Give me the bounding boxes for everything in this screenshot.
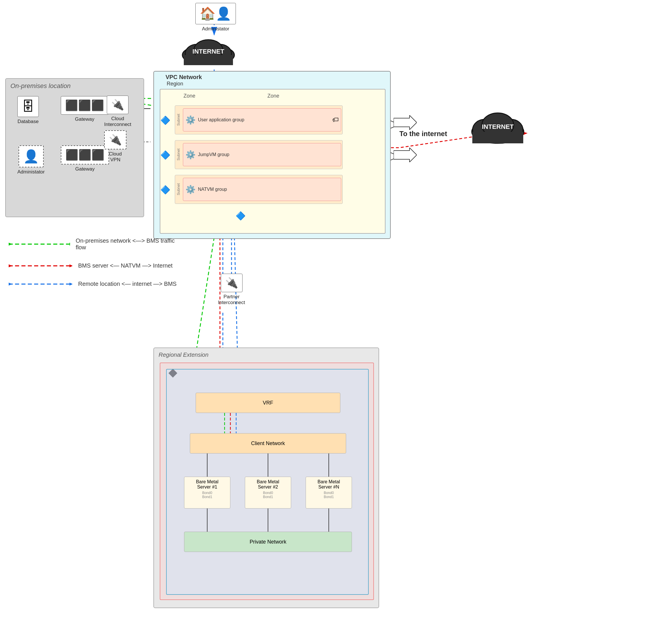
bare-metal-n: Bare MetalServer #N Bond0 Bond1 bbox=[306, 477, 352, 509]
vrf-box: VRF bbox=[196, 393, 340, 413]
arrow-user-app bbox=[394, 115, 417, 131]
internet-right-cloud: INTERNET bbox=[469, 110, 527, 146]
cloud-vpn-icon: 🔌 bbox=[109, 134, 122, 146]
bare-metal-2: Bare MetalServer #2 Bond0 Bond1 bbox=[245, 477, 291, 509]
gateway1-icon: ⬛⬛⬛ bbox=[65, 99, 104, 112]
to-internet-label: To the internet bbox=[399, 130, 447, 138]
on-premises-label: On-premises location bbox=[10, 82, 70, 90]
bare-metal-n-label: Bare MetalServer #N bbox=[308, 479, 349, 490]
natvm-group: ⚙️ NATVM group bbox=[183, 178, 341, 201]
jumpvm-group: ⚙️ JumpVM group bbox=[183, 143, 341, 166]
legend-item-blue: Remote location <— internet —> BMS bbox=[9, 281, 182, 287]
svg-marker-55 bbox=[69, 265, 73, 267]
legend: On-premises network <—> BMS traffic flow… bbox=[9, 237, 182, 299]
svg-marker-58 bbox=[69, 283, 73, 285]
cloud-interconnect-label: CloudInterconnect bbox=[104, 116, 131, 127]
internet-top-label: INTERNET bbox=[180, 48, 237, 55]
client-network-box: Client Network bbox=[190, 433, 346, 453]
cloud-interconnect-icon: 🔌 bbox=[111, 99, 124, 111]
subnet1-label: Subnet bbox=[176, 114, 181, 126]
internet-top-cloud: INTERNET bbox=[180, 36, 237, 66]
svg-rect-39 bbox=[472, 132, 523, 143]
svg-marker-53 bbox=[9, 243, 12, 246]
svg-marker-56 bbox=[9, 265, 12, 267]
bare-metal-2-tag1: Bond0 bbox=[248, 491, 289, 495]
legend-line-blue bbox=[9, 282, 73, 286]
gateway1-border: ⬛⬛⬛ bbox=[61, 96, 108, 115]
bare-metal-2-tag2: Bond1 bbox=[248, 495, 289, 499]
gateway1-box: ⬛⬛⬛ Gateway bbox=[61, 96, 108, 122]
subnet2-label: Subnet bbox=[176, 149, 181, 160]
pink-box: VRF Client Network Bare MetalServer #1 B… bbox=[160, 362, 374, 600]
user-app-group: ⚙️ User application group 🏷 bbox=[183, 108, 341, 131]
user-app-tag: 🏷 bbox=[332, 116, 339, 124]
gateway2-label: Gateway bbox=[75, 166, 95, 172]
legend-item-green: On-premises network <—> BMS traffic flow bbox=[9, 237, 182, 251]
gateway2-box: ⬛⬛⬛ Gateway bbox=[61, 145, 109, 172]
lb-icon-left-bot: 🔷 bbox=[160, 185, 170, 195]
gateway2-icon: ⬛⬛⬛ bbox=[65, 149, 104, 161]
user-app-label: User application group bbox=[198, 117, 244, 123]
lb-icon-left-top: 🔷 bbox=[160, 116, 170, 125]
bare-metal-n-tag2: Bond1 bbox=[308, 495, 349, 499]
database-border: 🗄 bbox=[17, 96, 39, 117]
admin-top-label: Administator bbox=[202, 26, 229, 32]
admin-top-border: 🏠👤 bbox=[195, 3, 236, 24]
private-network-label: Private Network bbox=[249, 539, 286, 545]
bare-metal-1-tag1: Bond0 bbox=[187, 491, 228, 495]
arrow-natvm bbox=[394, 148, 417, 163]
database-box: 🗄 Database bbox=[17, 96, 39, 125]
legend-item-red: BMS server <— NATVM —> Internet bbox=[9, 262, 182, 269]
subnet1-box: Subnet ⚙️ User application group 🏷 bbox=[175, 105, 343, 134]
admin-onprem-label: Administator bbox=[17, 169, 44, 175]
admin-onprem-border: 👤 bbox=[18, 145, 44, 167]
gateway2-border: ⬛⬛⬛ bbox=[61, 145, 109, 165]
admin-onprem-box: 👤 Administator bbox=[17, 145, 44, 175]
region-label: Region bbox=[167, 81, 183, 87]
gateway1-label: Gateway bbox=[75, 116, 94, 122]
vrf-label: VRF bbox=[263, 400, 273, 406]
admin-top: 🏠👤 Administator bbox=[194, 3, 237, 32]
cloud-vpn-border: 🔌 bbox=[104, 130, 127, 150]
admin-onprem-icon: 👤 bbox=[23, 149, 39, 164]
vpc-network-box: VPC Network Region Zone Zone Subnet ⚙️ U… bbox=[154, 71, 391, 239]
cloud-vpn-label: CloudVPN bbox=[109, 151, 121, 163]
svg-marker-41 bbox=[394, 148, 417, 162]
diagram-container: 🏠👤 Administator INTERNET G VPC Network R… bbox=[0, 0, 672, 642]
region-box: Zone Zone Subnet ⚙️ User application gro… bbox=[160, 89, 385, 234]
bare-metal-1: Bare MetalServer #1 Bond0 Bond1 bbox=[184, 477, 230, 509]
svg-marker-59 bbox=[9, 283, 12, 285]
cloud-vpn-box: 🔌 CloudVPN bbox=[104, 130, 127, 163]
partner-interconnect-box: 🔌 PartnerInterconnect bbox=[202, 274, 261, 306]
natvm-icon: ⚙️ bbox=[185, 185, 196, 194]
subnet3-label: Subnet bbox=[176, 183, 181, 195]
cloud-interconnect-box: 🔌 CloudInterconnect bbox=[104, 95, 131, 127]
partner-interconnect-icon: 🔌 bbox=[225, 277, 238, 289]
database-label: Database bbox=[18, 119, 39, 125]
subnet2-box: Subnet ⚙️ JumpVM group bbox=[175, 140, 343, 169]
svg-marker-52 bbox=[69, 243, 70, 246]
private-network-box: Private Network bbox=[184, 532, 352, 552]
jumpvm-label: JumpVM group bbox=[198, 152, 229, 157]
regional-extension-box: Regional Extension ◆ VRF Client Network … bbox=[154, 347, 379, 608]
legend-line-red bbox=[9, 264, 73, 268]
internet-right-label: INTERNET bbox=[469, 123, 527, 131]
svg-marker-40 bbox=[394, 115, 417, 130]
vpc-network-label: VPC Network bbox=[166, 74, 202, 80]
bare-metal-n-tag1: Bond0 bbox=[308, 491, 349, 495]
database-icon: 🗄 bbox=[22, 99, 35, 114]
legend-text-green: On-premises network <—> BMS traffic flow bbox=[76, 237, 182, 251]
lb-icon-left-mid: 🔷 bbox=[160, 150, 170, 160]
legend-line-green bbox=[9, 242, 70, 246]
subnet3-box: Subnet ⚙️ NATVM group bbox=[175, 175, 343, 204]
regional-ext-label: Regional Extension bbox=[159, 351, 208, 358]
natvm-label: NATVM group bbox=[198, 187, 227, 192]
cloud-interconnect-border: 🔌 bbox=[107, 95, 129, 114]
svg-rect-34 bbox=[184, 55, 233, 65]
bare-metal-2-label: Bare MetalServer #2 bbox=[248, 479, 289, 490]
admin-top-icon: 🏠👤 bbox=[200, 6, 232, 21]
bare-metal-1-tag2: Bond1 bbox=[187, 495, 228, 499]
blue-inner-box: VRF Client Network Bare MetalServer #1 B… bbox=[166, 369, 369, 595]
client-network-label: Client Network bbox=[251, 440, 285, 447]
bare-metal-1-label: Bare MetalServer #1 bbox=[187, 479, 228, 490]
